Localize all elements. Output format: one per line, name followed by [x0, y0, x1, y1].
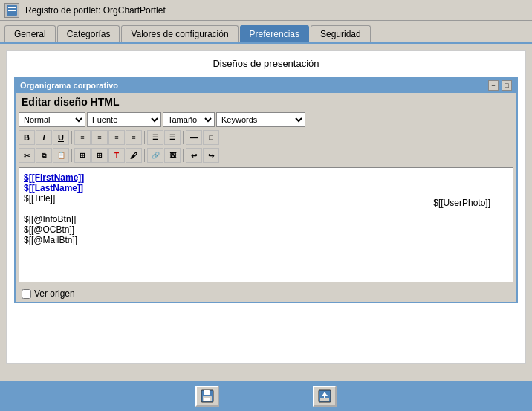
svg-rect-2: [8, 10, 16, 11]
editor-line5: $[[@OCBtn]]: [24, 224, 508, 235]
separator1: [71, 131, 72, 144]
title-bar: Registro de portlet: OrgChartPortlet: [0, 0, 532, 21]
firstname-token[interactable]: $[[FirstName]]: [24, 172, 84, 183]
image-button[interactable]: 🖼: [164, 148, 181, 163]
infobtn-token: $[[@InfoBtn]]: [24, 214, 76, 224]
tab-seguridad[interactable]: Seguridad: [311, 25, 371, 42]
copy-button[interactable]: ⧉: [36, 148, 52, 163]
separator5: [144, 149, 145, 162]
minimize-button[interactable]: −: [488, 80, 499, 91]
svg-rect-1: [8, 7, 16, 8]
inner-panel-controls: − □: [488, 80, 512, 91]
separator3: [183, 131, 184, 144]
separator6: [183, 149, 184, 162]
align-left-button[interactable]: ≡: [74, 130, 91, 145]
underline-button[interactable]: U: [53, 130, 69, 145]
tab-bar: General Categorías Valores de configurac…: [0, 21, 532, 44]
list-ordered-button[interactable]: ☰: [164, 130, 181, 145]
main-content: Diseños de presentación Organigrama corp…: [6, 50, 526, 364]
svg-rect-6: [204, 398, 210, 401]
lastname-token[interactable]: $[[LastName]]: [24, 183, 83, 193]
bottom-bar: [0, 381, 532, 411]
align-center-button[interactable]: ≡: [91, 130, 108, 145]
tab-general[interactable]: General: [4, 25, 56, 42]
ocbtn-token: $[[@OCBtn]]: [24, 224, 74, 235]
editor-line2: $[[LastName]]: [24, 183, 508, 193]
userphoto-token: $[[UserPhoto]]: [433, 198, 490, 208]
undo-button[interactable]: ↩: [186, 148, 202, 163]
inner-panel: Organigrama corporativo − □ Editar diseñ…: [14, 77, 518, 303]
keywords-dropdown[interactable]: Keywords: [216, 112, 305, 127]
paste-button[interactable]: 📋: [53, 148, 69, 163]
tab-categorias[interactable]: Categorías: [57, 25, 120, 42]
section-title: Diseños de presentación: [14, 58, 518, 69]
svg-rect-4: [204, 390, 210, 395]
redo-button[interactable]: ↪: [203, 148, 219, 163]
insert-box-button[interactable]: □: [203, 130, 219, 145]
title-token: $[[Title]]: [24, 193, 55, 204]
italic-button[interactable]: I: [36, 130, 52, 145]
tab-valores[interactable]: Valores de configuración: [121, 25, 238, 42]
edit-title: Editar diseño HTML: [16, 93, 516, 111]
cut-button[interactable]: ✂: [19, 148, 35, 163]
align-right-button[interactable]: ≡: [108, 130, 125, 145]
mailbtn-token: $[[@MailBtn]]: [24, 235, 77, 245]
style-dropdown[interactable]: Normal: [19, 112, 85, 127]
inner-panel-title-bar: Organigrama corporativo − □: [16, 78, 516, 93]
link-button[interactable]: 🔗: [147, 148, 163, 163]
view-source-label: Ver origen: [34, 288, 75, 299]
inner-panel-title: Organigrama corporativo: [20, 81, 118, 90]
window-title: Registro de portlet: OrgChartPortlet: [25, 5, 166, 16]
upload-icon: [317, 389, 332, 404]
editor-area[interactable]: $[[FirstName]] $[[LastName]] $[[Title]] …: [19, 167, 513, 282]
view-source-row: Ver origen: [16, 285, 516, 302]
editor-line1: $[[FirstName]]: [24, 172, 508, 183]
maximize-button[interactable]: □: [502, 80, 512, 91]
bold-button[interactable]: B: [19, 130, 35, 145]
editor-line4: $[[@InfoBtn]]: [24, 214, 508, 224]
upload-button[interactable]: [313, 386, 337, 407]
font-dropdown[interactable]: Fuente: [87, 112, 161, 127]
horizontal-rule-button[interactable]: —: [186, 130, 202, 145]
save-button[interactable]: [195, 386, 219, 407]
text-color-button[interactable]: T: [108, 148, 125, 163]
separator2: [144, 131, 145, 144]
save-icon: [200, 389, 215, 404]
list-unordered-button[interactable]: ☰: [147, 130, 163, 145]
tab-preferencias[interactable]: Preferencias: [240, 25, 309, 42]
table2-button[interactable]: ⊞: [91, 148, 108, 163]
toolbar-dropdowns: Normal Fuente Tamaño Keywords: [16, 111, 516, 129]
size-dropdown[interactable]: Tamaño: [163, 112, 215, 127]
portlet-icon: [4, 3, 19, 18]
table-button[interactable]: ⊞: [74, 148, 91, 163]
paint-button[interactable]: 🖌: [126, 148, 142, 163]
align-justify-button[interactable]: ≡: [126, 130, 142, 145]
toolbar-formatting: B I U ≡ ≡ ≡ ≡ ☰ ☰ — □: [16, 129, 516, 146]
toolbar-edit: ✂ ⧉ 📋 ⊞ ⊞ T 🖌 🔗 🖼 ↩ ↪: [16, 146, 516, 164]
separator4: [71, 149, 72, 162]
editor-line6: $[[@MailBtn]]: [24, 235, 508, 245]
view-source-checkbox[interactable]: [22, 289, 31, 299]
